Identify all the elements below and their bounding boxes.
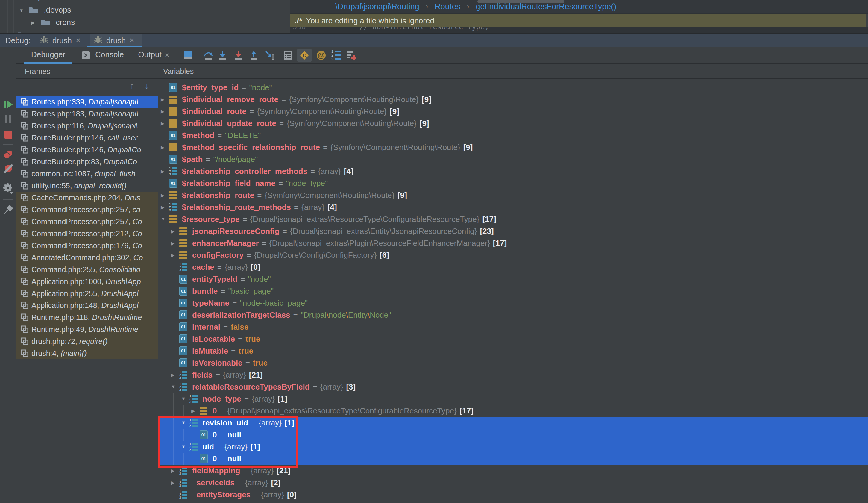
variable-row[interactable]: 01$method="DELETE": [158, 129, 868, 141]
chevron-right-icon[interactable]: ▶: [171, 480, 179, 486]
stack-frame-row[interactable]: RouteBuilder.php:146, Drupal\Co: [17, 144, 158, 156]
variable-row[interactable]: 01deserializationTargetClass="Drupal\nod…: [158, 309, 868, 321]
resume-button[interactable]: [3, 100, 14, 111]
variable-row[interactable]: ▶0={Drupal\jsonapi_extras\ResourceType\C…: [158, 405, 868, 417]
tab-output[interactable]: Output: [131, 47, 165, 64]
pause-button[interactable]: [3, 115, 14, 125]
ordered-list-icon[interactable]: 1 2 3: [331, 50, 341, 61]
variable-row[interactable]: 01isVersionable=true: [158, 357, 868, 369]
chevron-right-icon[interactable]: ▶: [161, 97, 169, 102]
stack-frame-row[interactable]: Routes.php:116, Drupal\jsonapi\: [17, 120, 158, 132]
variable-row[interactable]: 01typeName="node--basic_page": [158, 297, 868, 309]
step-over-icon[interactable]: [203, 50, 214, 61]
variable-row[interactable]: ▶$method_specific_relationship_route={Sy…: [158, 141, 868, 153]
tree-item-devops[interactable]: ▼ .devops: [19, 5, 71, 15]
variable-row[interactable]: ▶123$relationship_route_methods={array}[…: [158, 201, 868, 213]
variable-row[interactable]: ▶jsonapiResourceConfig={Drupal\jsonapi_e…: [158, 225, 868, 237]
chevron-down-icon[interactable]: ▼: [19, 6, 27, 16]
variable-row[interactable]: 01isLocatable=true: [158, 333, 868, 345]
stack-frame-row[interactable]: utility.inc:55, drupal_rebuild(): [17, 179, 158, 192]
chevron-down-icon[interactable]: ▼: [181, 396, 189, 401]
close-icon[interactable]: ×: [130, 36, 134, 45]
layout-settings-icon[interactable]: [183, 51, 193, 60]
step-into-icon[interactable]: [218, 50, 228, 61]
variable-row[interactable]: 123_entityStorages={array}[0]: [158, 489, 868, 501]
chevron-down-icon[interactable]: ▼: [161, 216, 169, 222]
breadcrumb-segment[interactable]: getIndividualRoutesForResourceType(): [476, 2, 617, 11]
variable-row[interactable]: 01$relationship_field_name="node_type": [158, 177, 868, 189]
stack-frame-row[interactable]: Command.php:255, Consolidatio: [17, 264, 158, 276]
chevron-down-icon[interactable]: ▼: [181, 444, 189, 449]
variable-row[interactable]: ▶123_serviceIds={array}[2]: [158, 477, 868, 489]
variable-row[interactable]: ▶configFactory={Drupal\Core\Config\Confi…: [158, 249, 868, 261]
stack-frame-row[interactable]: drush:4, {main}(): [17, 347, 158, 359]
stack-frame-row[interactable]: CommandProcessor.php:176, Co: [17, 239, 158, 252]
chevron-right-icon[interactable]: ▶: [171, 468, 179, 474]
tab-console[interactable]: Console: [90, 47, 131, 64]
variable-row[interactable]: 010=null: [158, 429, 868, 441]
evaluate-expression-icon[interactable]: [283, 50, 293, 61]
chevron-right-icon[interactable]: ▶: [171, 253, 179, 258]
close-icon[interactable]: ×: [165, 51, 169, 60]
chevron-right-icon[interactable]: ▶: [191, 408, 200, 414]
variable-row[interactable]: 010=null: [158, 453, 868, 465]
stack-frame-row[interactable]: common.inc:1087, drupal_flush_: [17, 168, 158, 179]
mention-at-icon[interactable]: @: [316, 50, 326, 61]
stack-frame-row[interactable]: AnnotatedCommand.php:302, Co: [17, 252, 158, 264]
stack-frame-row[interactable]: drush.php:72, require(): [17, 335, 158, 347]
step-out-icon[interactable]: [249, 50, 259, 61]
variable-row[interactable]: 01isMutable=true: [158, 345, 868, 357]
variable-row[interactable]: ▼$resource_type={Drupal\jsonapi_extras\R…: [158, 213, 868, 225]
stack-frame-row[interactable]: CommandProcessor.php:257, ca: [17, 204, 158, 216]
variable-row[interactable]: ▶enhancerManager={Drupal\jsonapi_extras\…: [158, 237, 868, 249]
breadcrumb-segment[interactable]: Routes: [435, 2, 460, 11]
stack-frame-row[interactable]: Runtime.php:118, Drush\Runtime: [17, 311, 158, 324]
variable-row[interactable]: ▶$relationship_route={Symfony\Component\…: [158, 189, 868, 201]
view-breakpoints-button[interactable]: [3, 150, 14, 161]
stack-frame-row[interactable]: CommandProcessor.php:212, Co: [17, 227, 158, 239]
variable-row[interactable]: 01internal=false: [158, 321, 868, 333]
pin-icon[interactable]: [3, 205, 14, 216]
stack-frame-row[interactable]: RouteBuilder.php:83, Drupal\Co: [17, 156, 158, 168]
variable-row[interactable]: ▼123node_type={array}[1]: [158, 393, 868, 405]
stack-frame-row[interactable]: Application.php:255, Drush\Appl: [17, 287, 158, 299]
stack-frame-row[interactable]: Routes.php:183, Drupal\jsonapi\: [17, 108, 158, 120]
run-to-cursor-icon[interactable]: [265, 50, 275, 61]
current-execution-point-button[interactable]: C: [297, 49, 312, 62]
chevron-right-icon[interactable]: ▶: [171, 372, 179, 378]
force-step-into-icon[interactable]: [234, 50, 244, 61]
chevron-right-icon[interactable]: ▶: [161, 205, 169, 210]
chevron-right-icon[interactable]: ▶: [171, 228, 179, 234]
stack-frame-row[interactable]: Application.php:148, Drush\Appl: [17, 299, 158, 311]
chevron-down-icon[interactable]: ▼: [171, 384, 179, 390]
variable-row[interactable]: ▶123fieldMapping={array}[21]: [158, 465, 868, 477]
chevron-right-icon[interactable]: ▶: [161, 145, 169, 150]
mute-breakpoints-button[interactable]: [3, 163, 14, 175]
stack-frame-row[interactable]: CacheCommands.php:204, Drus: [17, 192, 158, 204]
stack-frame-row[interactable]: RouteBuilder.php:146, call_user_: [17, 132, 158, 144]
variable-row[interactable]: ▶$individual_update_route={Symfony\Compo…: [158, 117, 868, 129]
variable-row[interactable]: 01$path="/node/page": [158, 153, 868, 165]
variable-row[interactable]: 01entityTypeId="node": [158, 273, 868, 285]
chevron-right-icon[interactable]: ▶: [161, 193, 169, 198]
variable-row[interactable]: ▼123relatableResourceTypesByField={array…: [158, 381, 868, 393]
variable-row[interactable]: ▼123revision_uid={array}[1]: [158, 417, 868, 429]
stack-frame-row[interactable]: Runtime.php:49, Drush\Runtime: [17, 324, 158, 335]
close-icon[interactable]: ×: [76, 36, 81, 45]
variable-row[interactable]: 123cache={array}[0]: [158, 261, 868, 273]
chevron-right-icon[interactable]: ▶: [31, 18, 39, 28]
previous-frame-icon[interactable]: ↑: [130, 81, 134, 91]
variable-row[interactable]: ▼123uid={array}[1]: [158, 441, 868, 453]
variable-row[interactable]: ▶123fields={array}[21]: [158, 369, 868, 381]
chevron-down-icon[interactable]: ▼: [181, 420, 189, 425]
next-frame-icon[interactable]: ↓: [145, 81, 149, 91]
tab-debugger[interactable]: Debugger: [24, 47, 72, 64]
breadcrumb-segment[interactable]: \Drupal\jsonapi\Routing: [335, 2, 419, 11]
stop-button[interactable]: [3, 130, 14, 141]
variable-row[interactable]: ▶$individual_remove_route={Symfony\Compo…: [158, 93, 868, 105]
tree-item-crons[interactable]: ▶ crons: [31, 17, 75, 27]
settings-gear-icon[interactable]: [3, 183, 14, 195]
tree-item-drupal[interactable]: drupal: [12, 0, 49, 2]
variable-row[interactable]: ▶123$relationship_controller_methods={ar…: [158, 165, 868, 177]
variable-row[interactable]: 01bundle="basic_page": [158, 285, 868, 297]
